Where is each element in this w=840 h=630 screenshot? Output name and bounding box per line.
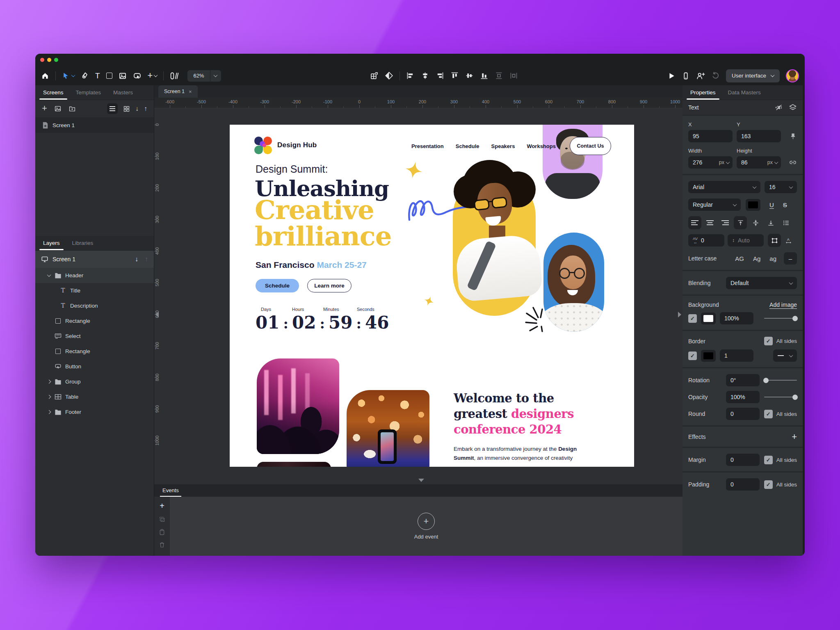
tab-layers[interactable]: Layers xyxy=(38,236,65,250)
align-right-button[interactable] xyxy=(436,71,444,80)
concert-photo-partial[interactable] xyxy=(257,462,331,467)
uppercase-button[interactable]: AG xyxy=(735,255,744,262)
layer-move-up-button[interactable]: ↑ xyxy=(145,256,148,262)
layers-root-row[interactable]: Screen 1 ↓ ↑ xyxy=(35,251,154,268)
layer-row-table[interactable]: Table xyxy=(35,389,154,404)
font-family-select[interactable]: Arial xyxy=(688,181,760,193)
nav-link-presentation[interactable]: Presentation xyxy=(411,143,444,149)
widget-tool-button[interactable] xyxy=(133,71,142,80)
layer-row-select[interactable]: Select xyxy=(35,329,154,344)
layer-row-rectangle[interactable]: Rectangle xyxy=(35,313,154,329)
add-effect-button[interactable]: + xyxy=(792,432,797,441)
learn-more-button[interactable]: Learn more xyxy=(307,279,352,292)
hide-icon[interactable] xyxy=(775,103,783,112)
distribute-vertical-button[interactable] xyxy=(495,71,503,80)
text-color-swatch[interactable] xyxy=(746,199,760,211)
width-input[interactable]: 276 px xyxy=(688,156,733,169)
add-event-button[interactable]: + xyxy=(418,513,435,530)
layer-move-down-button[interactable]: ↓ xyxy=(135,256,138,262)
photo-man-afro[interactable] xyxy=(451,160,550,324)
border-color-swatch[interactable] xyxy=(701,350,716,362)
margin-all-sides-checkbox[interactable] xyxy=(764,456,773,464)
hero-title-line-3[interactable]: brilliance xyxy=(255,221,391,251)
add-image-link[interactable]: Add image xyxy=(769,301,797,308)
canvas-viewport[interactable]: 01002003004005006007008009001000 xyxy=(154,108,682,484)
chevron-right-icon[interactable] xyxy=(48,411,53,413)
copy-icon[interactable] xyxy=(159,516,165,523)
letter-spacing-input[interactable]: AV↔ 0 xyxy=(688,234,724,247)
border-width-input[interactable]: 1 xyxy=(720,349,753,362)
opacity-slider[interactable] xyxy=(764,397,797,397)
width-unit-dropdown[interactable]: px xyxy=(719,160,733,165)
list-view-button[interactable] xyxy=(107,103,118,114)
align-bottom-button[interactable] xyxy=(480,71,488,80)
height-unit-dropdown[interactable]: px xyxy=(767,160,781,165)
auto-width-button[interactable]: A xyxy=(782,234,795,247)
close-button[interactable] xyxy=(40,58,44,62)
layer-row-rectangle-2[interactable]: Rectangle xyxy=(35,344,154,359)
hero-kicker[interactable]: Design Summit: xyxy=(256,163,328,175)
zoom-dropdown[interactable] xyxy=(210,74,221,77)
nav-link-schedule[interactable]: Schedule xyxy=(456,143,479,149)
grid-view-button[interactable] xyxy=(123,105,130,112)
concert-photo-bokeh[interactable] xyxy=(347,390,429,467)
chevron-right-icon[interactable] xyxy=(48,380,53,383)
canvas-tab-screen-1[interactable]: Screen 1 × xyxy=(158,85,198,98)
concert-photo-pink[interactable] xyxy=(257,358,339,454)
list-style-button[interactable] xyxy=(779,216,792,229)
welcome-body-text[interactable]: Embark on a transformative journey at th… xyxy=(454,445,595,463)
avatar[interactable] xyxy=(786,69,799,82)
underline-button[interactable]: U xyxy=(769,201,774,208)
rotation-slider[interactable] xyxy=(764,380,797,381)
minimize-button[interactable] xyxy=(47,58,51,62)
trash-icon[interactable] xyxy=(159,541,165,548)
zoom-control[interactable]: 62% xyxy=(187,70,221,82)
background-opacity-input[interactable]: 100% xyxy=(720,312,753,324)
align-left-button[interactable] xyxy=(406,71,415,80)
move-down-button[interactable]: ↓ xyxy=(135,105,139,112)
border-style-select[interactable] xyxy=(773,349,797,362)
guides-button[interactable] xyxy=(170,72,179,80)
contrast-button[interactable] xyxy=(385,71,393,80)
border-enabled-checkbox[interactable] xyxy=(688,352,697,360)
background-opacity-slider[interactable] xyxy=(764,318,797,319)
padding-all-sides-checkbox[interactable] xyxy=(764,480,773,489)
tab-data-masters[interactable]: Data Masters xyxy=(723,85,766,100)
round-all-sides-checkbox[interactable] xyxy=(764,410,773,418)
screen-list-item[interactable]: Screen 1 xyxy=(35,117,154,133)
invite-user-button[interactable] xyxy=(696,71,705,80)
pin-position-button[interactable] xyxy=(789,132,797,140)
collapse-left-panel-handle[interactable] xyxy=(155,312,159,317)
close-tab-icon[interactable]: × xyxy=(189,89,192,94)
no-case-button[interactable]: – xyxy=(784,252,797,265)
valign-middle-button[interactable] xyxy=(749,216,762,229)
add-screen-button[interactable]: + xyxy=(42,104,47,113)
contact-us-button[interactable]: Contact Us xyxy=(570,137,611,155)
chevron-down-icon[interactable] xyxy=(48,274,53,277)
text-tool-button[interactable]: T xyxy=(95,72,100,80)
layers-icon[interactable] xyxy=(789,103,797,112)
add-image-screen-button[interactable] xyxy=(54,105,62,112)
maximize-button[interactable] xyxy=(54,58,58,62)
link-dimensions-button[interactable] xyxy=(789,158,797,167)
text-align-right-button[interactable] xyxy=(719,216,732,229)
add-element-button[interactable]: + xyxy=(148,72,158,80)
collapse-events-panel-handle[interactable] xyxy=(418,479,424,482)
titlecase-button[interactable]: Ag xyxy=(753,255,760,262)
nav-link-speakers[interactable]: Speakers xyxy=(491,143,515,149)
tab-templates[interactable]: Templates xyxy=(71,85,107,100)
tab-screens[interactable]: Screens xyxy=(38,85,69,100)
x-input[interactable]: 95 xyxy=(688,130,733,142)
tab-events[interactable]: Events xyxy=(160,484,181,497)
brand-name[interactable]: Design Hub xyxy=(277,141,317,149)
tab-masters[interactable]: Masters xyxy=(108,85,138,100)
background-color-swatch[interactable] xyxy=(701,313,716,324)
align-center-horizontal-button[interactable] xyxy=(421,71,429,80)
line-height-input[interactable]: ↕ Auto xyxy=(728,234,764,247)
height-input[interactable]: 86 px xyxy=(737,156,781,169)
brand-logo[interactable] xyxy=(254,136,273,154)
add-folder-button[interactable] xyxy=(68,105,76,112)
font-size-select[interactable]: 16 xyxy=(765,181,797,193)
artboard-grid-button[interactable] xyxy=(370,71,379,80)
margin-input[interactable]: 0 xyxy=(726,454,760,466)
